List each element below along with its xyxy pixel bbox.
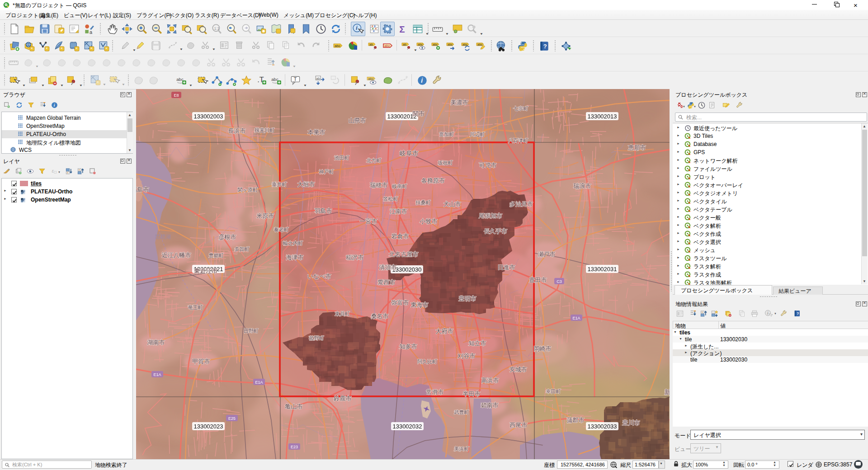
svg-text:T: T bbox=[294, 76, 297, 82]
svg-text:各務原市: 各務原市 bbox=[421, 177, 445, 184]
svg-text:可児市: 可児市 bbox=[479, 162, 497, 169]
svg-text:北名古屋市: 北名古屋市 bbox=[389, 251, 419, 258]
svg-text:abc: abc bbox=[384, 44, 390, 48]
svg-text:美濃市: 美濃市 bbox=[451, 99, 468, 106]
svg-text:133002033: 133002033 bbox=[587, 423, 617, 430]
svg-text:東近江市: 東近江市 bbox=[194, 268, 217, 274]
svg-text:本巣市: 本巣市 bbox=[308, 129, 326, 136]
svg-text:垂井町: 垂井町 bbox=[272, 182, 287, 187]
svg-text:岐阜市: 岐阜市 bbox=[400, 150, 419, 157]
svg-text:abc: abc bbox=[448, 43, 453, 46]
svg-text:岡崎市: 岡崎市 bbox=[534, 345, 552, 352]
svg-text:日野町: 日野町 bbox=[244, 328, 259, 334]
svg-text:高浜市: 高浜市 bbox=[481, 377, 499, 384]
svg-text:清須市: 清須市 bbox=[379, 264, 397, 271]
svg-text:武豊町: 武豊町 bbox=[454, 409, 469, 415]
svg-text:知立市: 知立市 bbox=[469, 340, 486, 347]
svg-text:大府市: 大府市 bbox=[436, 328, 453, 334]
svg-text:近江八幡市: 近江八幡市 bbox=[162, 252, 191, 258]
svg-text:瀬戸市: 瀬戸市 bbox=[538, 251, 556, 258]
svg-text:*: * bbox=[31, 46, 33, 51]
svg-text:*: * bbox=[90, 46, 92, 51]
svg-text:鈴鹿市: 鈴鹿市 bbox=[334, 395, 352, 402]
svg-text:豊明市: 豊明市 bbox=[459, 295, 476, 302]
svg-text:日進市: 日進市 bbox=[498, 264, 515, 271]
svg-text:abc: abc bbox=[477, 43, 483, 46]
svg-text:133002013: 133002013 bbox=[587, 113, 617, 120]
svg-text:1:1: 1:1 bbox=[214, 26, 220, 31]
svg-text:笠松町: 笠松町 bbox=[383, 196, 398, 202]
svg-text:小牧市: 小牧市 bbox=[420, 218, 438, 225]
svg-text:幸田町: 幸田町 bbox=[546, 389, 561, 394]
svg-text:揖斐川町: 揖斐川町 bbox=[255, 127, 274, 133]
svg-text:いなべ市: いなべ市 bbox=[307, 273, 331, 280]
svg-text:江南市: 江南市 bbox=[390, 208, 407, 215]
svg-text:山県市: 山県市 bbox=[349, 117, 366, 124]
svg-text:*: * bbox=[97, 80, 99, 85]
svg-text:abc: abc bbox=[418, 43, 423, 46]
svg-text:東員町: 東員町 bbox=[335, 311, 350, 316]
svg-text:八百津町: 八百津町 bbox=[508, 138, 528, 143]
svg-text:輪之内町: 輪之内町 bbox=[283, 240, 303, 246]
svg-text:美浜町: 美浜町 bbox=[454, 446, 469, 451]
svg-text:桑名市: 桑名市 bbox=[371, 313, 389, 320]
svg-text:亀山市: 亀山市 bbox=[285, 403, 303, 410]
svg-text:E1A: E1A bbox=[255, 380, 263, 385]
svg-text:豊川市: 豊川市 bbox=[623, 419, 640, 426]
svg-text:*: * bbox=[105, 46, 107, 51]
svg-text:富加町: 富加町 bbox=[439, 132, 454, 137]
svg-text:関ヶ原町: 関ヶ原町 bbox=[238, 187, 258, 193]
svg-text:川辺町: 川辺町 bbox=[470, 132, 485, 137]
svg-text:133002031: 133002031 bbox=[587, 266, 617, 273]
svg-text:長浜市: 長浜市 bbox=[228, 127, 246, 134]
svg-text:岐南町: 岐南町 bbox=[392, 183, 407, 189]
svg-text:abc: abc bbox=[335, 44, 340, 48]
svg-text:阿久比町: 阿久比町 bbox=[417, 359, 437, 364]
svg-text:米原市: 米原市 bbox=[257, 212, 274, 219]
svg-text:ab: ab bbox=[316, 76, 320, 80]
svg-text:長久手市: 長久手市 bbox=[484, 228, 507, 235]
svg-text:一宮市: 一宮市 bbox=[360, 218, 377, 225]
svg-text:豊田市: 豊田市 bbox=[529, 277, 547, 283]
svg-text:*: * bbox=[61, 46, 62, 51]
svg-text:i: i bbox=[53, 103, 55, 108]
svg-text:高島市: 高島市 bbox=[136, 186, 149, 193]
svg-text:E8: E8 bbox=[174, 93, 179, 98]
svg-text:133002032: 133002032 bbox=[392, 423, 422, 430]
svg-text:知多市: 知多市 bbox=[400, 343, 417, 350]
svg-text:池田町: 池田町 bbox=[334, 155, 349, 160]
svg-text:稲沢市: 稲沢市 bbox=[346, 254, 364, 261]
svg-text:常滑市: 常滑市 bbox=[426, 389, 444, 395]
svg-text:神戸町: 神戸町 bbox=[319, 169, 334, 174]
svg-text:*: * bbox=[46, 46, 47, 51]
svg-text:海津市: 海津市 bbox=[286, 254, 304, 261]
svg-text:abc: abc bbox=[433, 43, 438, 46]
svg-text:羽島市: 羽島市 bbox=[315, 207, 332, 214]
svg-text:彦根市: 彦根市 bbox=[219, 234, 236, 240]
svg-text:刈谷市: 刈谷市 bbox=[458, 352, 476, 359]
svg-text:関市: 関市 bbox=[413, 110, 425, 117]
svg-text:坂祝町: 坂祝町 bbox=[438, 160, 453, 165]
svg-text:瑞浪市: 瑞浪市 bbox=[574, 183, 591, 189]
svg-text:133002003: 133002003 bbox=[193, 113, 223, 120]
svg-text:abc: abc bbox=[462, 43, 468, 46]
svg-text:尾張旭市: 尾張旭市 bbox=[479, 212, 502, 219]
svg-text:瑞穂市: 瑞穂市 bbox=[370, 182, 388, 188]
svg-text:E25: E25 bbox=[228, 416, 236, 421]
svg-text:養老町: 養老町 bbox=[274, 227, 289, 232]
svg-text:琵琶湖: 琵琶湖 bbox=[155, 234, 171, 240]
svg-text:C3: C3 bbox=[557, 279, 562, 284]
svg-text:愛西市: 愛西市 bbox=[378, 279, 396, 286]
svg-text:岩倉市: 岩倉市 bbox=[392, 233, 409, 240]
svg-text:甲賀市: 甲賀市 bbox=[193, 358, 210, 365]
svg-text:半田市: 半田市 bbox=[463, 390, 481, 397]
svg-text:Σ: Σ bbox=[399, 24, 405, 34]
svg-text:犬山市: 犬山市 bbox=[443, 201, 461, 207]
svg-text:弥富市: 弥富市 bbox=[392, 299, 409, 306]
svg-text:多賀町: 多賀町 bbox=[235, 246, 250, 252]
svg-text:東海市: 東海市 bbox=[411, 301, 429, 308]
svg-text:七宗町: 七宗町 bbox=[513, 106, 528, 111]
svg-text:E1A: E1A bbox=[572, 316, 580, 320]
svg-text:133002012: 133002012 bbox=[387, 113, 416, 120]
svg-text:?: ? bbox=[543, 43, 547, 50]
